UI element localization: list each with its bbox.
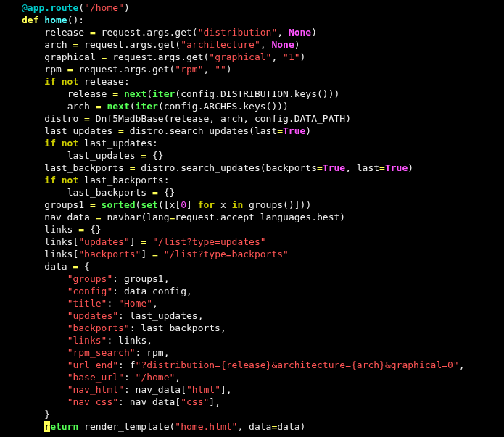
close-brace: } (44, 409, 50, 420)
close-paren: ) (300, 51, 306, 62)
code-text: last_backports (67, 187, 152, 198)
code-text: last_backports: (78, 175, 169, 186)
code-text: links (44, 224, 78, 235)
str-lit: "/list?type=backports" (164, 249, 289, 259)
decorator-path: app.route (28, 2, 78, 13)
not-kw: not (62, 138, 78, 149)
code-text: arch (44, 39, 73, 50)
eq-op: = (78, 224, 84, 235)
true-kw: True (385, 162, 408, 173)
open-paren: ( (130, 101, 136, 112)
code-text: distro (44, 113, 84, 124)
code-text: data (44, 261, 73, 272)
close-paren: ) (311, 27, 317, 38)
close-paren: ) (305, 125, 311, 136)
code-text: rpm (44, 64, 67, 75)
code-text: : (124, 372, 136, 383)
true-kw: True (283, 125, 305, 136)
decorator-at: @ (22, 2, 28, 13)
str-lit: "distribution" (198, 27, 278, 38)
code-text: : rpm, (136, 347, 170, 358)
if-kw: if (44, 175, 56, 186)
eq-op: = (90, 27, 96, 38)
code-text: : (107, 298, 118, 309)
str-lit: "Home" (118, 298, 152, 309)
dict-key: "groups" (67, 273, 113, 284)
eq-op: = (141, 236, 146, 247)
code-text: release (67, 88, 113, 99)
code-text: request.args.get( (107, 51, 209, 62)
if-kw: if (44, 76, 56, 87)
code-text: (config.DISTRIBUTION.keys())) (175, 88, 339, 99)
def-kw: def (22, 14, 38, 25)
comma: , (175, 372, 181, 383)
dict-key: "title" (67, 298, 107, 309)
cursor: r (44, 421, 50, 432)
code-text: {} (158, 187, 175, 198)
comma: , (260, 39, 272, 50)
code-text: ], (209, 396, 220, 407)
code-text: links[ (44, 249, 78, 259)
comma: , (277, 27, 289, 38)
eq-op: = (379, 162, 385, 173)
open-paren: ( (146, 88, 152, 99)
eq-op: = (112, 88, 118, 99)
code-text: ] (141, 249, 152, 259)
code-text: request.args.get( (96, 27, 198, 38)
str-lit: "" (215, 64, 226, 75)
code-text: graphical (44, 51, 101, 62)
code-text: : groups1, (112, 273, 169, 284)
dict-key: "rpm_search" (67, 347, 136, 358)
code-text: request.args.get( (73, 64, 175, 75)
dict-key: "updates" (67, 310, 118, 321)
eq-op: = (152, 249, 158, 259)
in-kw: in (232, 199, 244, 210)
eq-op: = (96, 212, 102, 222)
dict-key: "config" (67, 286, 113, 296)
str-lit: "html" (186, 384, 220, 395)
none-kw: None (271, 39, 294, 50)
code-text: ], (220, 384, 232, 395)
builtin: next (107, 101, 129, 112)
builtin: iter (136, 101, 158, 112)
code-text: request.accept_languages.best) (175, 212, 345, 222)
comma: , (152, 298, 158, 309)
close-paren: ) (124, 2, 130, 13)
code-text: , data (237, 421, 271, 432)
for-kw: for (198, 199, 215, 210)
code-text: distro.search_updates(backports (136, 162, 317, 173)
code-text: release (44, 27, 90, 38)
str-lit: "backports" (78, 249, 141, 259)
fn-sig: (): (67, 14, 84, 25)
eq-op: = (130, 162, 136, 173)
str-lit: "updates" (78, 236, 129, 247)
code-text: links[ (44, 236, 78, 247)
builtin: sorted (102, 199, 136, 210)
str-lit: "/list?type=updates" (152, 236, 266, 247)
comma: , (271, 51, 283, 62)
code-text: {} (146, 150, 163, 161)
code-text: {} (84, 224, 101, 235)
dict-key: "nav_html" (67, 384, 124, 395)
code-text: last_updates (67, 150, 141, 161)
str-lit: "architecture" (181, 39, 260, 50)
code-text: release: (78, 76, 129, 87)
builtin: iter (152, 88, 175, 99)
dict-key: "nav_css" (67, 396, 118, 407)
eq-op: = (118, 125, 124, 136)
dict-key: "backports" (67, 322, 130, 333)
code-text: x (215, 199, 231, 210)
str-lit: "?distribution={release}&architecture={a… (136, 359, 459, 370)
str-lit: "/home" (136, 372, 175, 383)
not-kw: not (62, 175, 78, 186)
eq-op: = (96, 101, 102, 112)
str-lit: "css" (181, 396, 209, 407)
comma: , (459, 359, 465, 370)
code-text: (config.ARCHES.keys())) (158, 101, 289, 112)
str-lit: "graphical" (209, 51, 271, 62)
code-text: nav_data (44, 212, 95, 222)
code-text: { (78, 261, 90, 272)
builtin: set (141, 199, 157, 210)
eq-op: = (152, 187, 158, 198)
code-text: request.args.get( (78, 39, 181, 50)
